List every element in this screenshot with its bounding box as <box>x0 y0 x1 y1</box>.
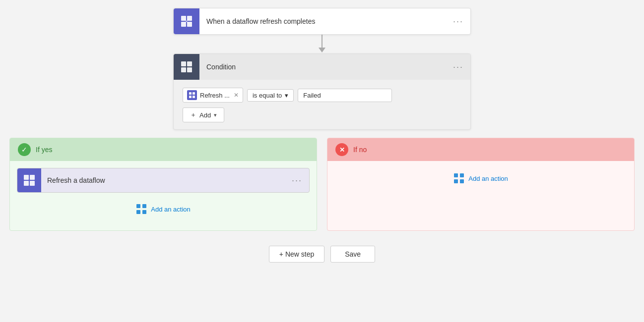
branch-yes-body: Refresh a dataflow ··· Add an action <box>10 161 317 230</box>
arrow-connector <box>319 35 325 54</box>
refresh-action-title: Refresh a dataflow <box>41 176 285 184</box>
svg-rect-18 <box>136 204 140 208</box>
yes-icon: ✓ <box>18 143 31 156</box>
token-icon <box>187 90 197 100</box>
svg-rect-9 <box>187 67 192 72</box>
add-chevron-icon: ▾ <box>214 112 217 118</box>
yes-add-action-button[interactable]: Add an action <box>17 199 310 219</box>
condition-block: Condition ··· Refresh ... ✕ <box>173 54 471 130</box>
svg-rect-16 <box>24 181 29 186</box>
branch-no-label: If no <box>353 146 367 154</box>
svg-rect-23 <box>460 173 464 177</box>
branch-yes: ✓ If yes Refresh a dataflow ··· <box>9 138 317 231</box>
condition-more-button[interactable]: ··· <box>446 62 470 72</box>
token-close-button[interactable]: ✕ <box>234 92 239 99</box>
operator-select[interactable]: is equal to ▾ <box>247 89 294 102</box>
svg-rect-13 <box>193 96 195 98</box>
svg-rect-11 <box>193 92 195 95</box>
add-action-icon-no <box>453 173 464 184</box>
condition-value-input[interactable] <box>298 89 392 102</box>
add-action-icon-yes <box>136 204 147 215</box>
refresh-action-icon <box>17 168 41 192</box>
condition-icon <box>174 54 199 80</box>
svg-rect-7 <box>187 61 192 66</box>
no-add-action-label: Add an action <box>468 175 508 182</box>
save-button[interactable]: Save <box>330 246 375 263</box>
svg-rect-21 <box>142 210 146 214</box>
branch-no-header: ✕ If no <box>327 138 634 161</box>
no-add-action-button[interactable]: Add an action <box>334 168 627 189</box>
trigger-more-button[interactable]: ··· <box>446 16 470 27</box>
refresh-action-more-button[interactable]: ··· <box>285 175 309 186</box>
svg-rect-15 <box>30 175 35 180</box>
svg-rect-20 <box>136 210 140 214</box>
branch-no: ✕ If no Add an action <box>327 138 635 231</box>
yes-add-action-label: Add an action <box>151 206 191 213</box>
svg-rect-8 <box>181 67 186 72</box>
svg-rect-22 <box>454 173 458 177</box>
token-label: Refresh ... <box>200 92 230 99</box>
flow-canvas: When a dataflow refresh completes ··· Co… <box>0 0 644 322</box>
branch-no-body: Add an action <box>327 161 634 230</box>
branches-row: ✓ If yes Refresh a dataflow ··· <box>9 138 635 231</box>
no-icon: ✕ <box>335 143 348 156</box>
add-condition-button[interactable]: ＋ Add ▾ <box>183 107 224 122</box>
condition-title: Condition <box>199 63 446 71</box>
svg-rect-12 <box>189 96 192 98</box>
branch-yes-header: ✓ If yes <box>10 138 317 161</box>
new-step-button[interactable]: + New step <box>269 246 324 263</box>
footer-buttons: + New step Save <box>269 246 375 263</box>
svg-rect-6 <box>181 61 186 66</box>
svg-rect-24 <box>454 179 458 183</box>
svg-rect-10 <box>189 92 192 95</box>
plus-icon: ＋ <box>190 110 196 119</box>
condition-row: Refresh ... ✕ is equal to ▾ <box>183 88 461 103</box>
condition-token[interactable]: Refresh ... ✕ <box>183 88 243 103</box>
condition-body: Refresh ... ✕ is equal to ▾ ＋ Add ▾ <box>174 80 470 129</box>
trigger-block: When a dataflow refresh completes ··· <box>173 8 471 35</box>
svg-rect-17 <box>30 181 35 186</box>
add-label: Add <box>199 111 211 119</box>
operator-label: is equal to <box>253 92 282 99</box>
chevron-down-icon: ▾ <box>285 92 288 99</box>
refresh-action-block: Refresh a dataflow ··· <box>17 168 310 193</box>
svg-rect-19 <box>142 204 146 208</box>
add-button-row: ＋ Add ▾ <box>183 107 461 122</box>
svg-rect-25 <box>460 179 464 183</box>
trigger-title: When a dataflow refresh completes <box>199 17 446 25</box>
branch-yes-label: If yes <box>36 146 52 154</box>
svg-rect-14 <box>24 175 29 180</box>
trigger-icon <box>174 8 199 34</box>
condition-header: Condition ··· <box>174 54 470 80</box>
